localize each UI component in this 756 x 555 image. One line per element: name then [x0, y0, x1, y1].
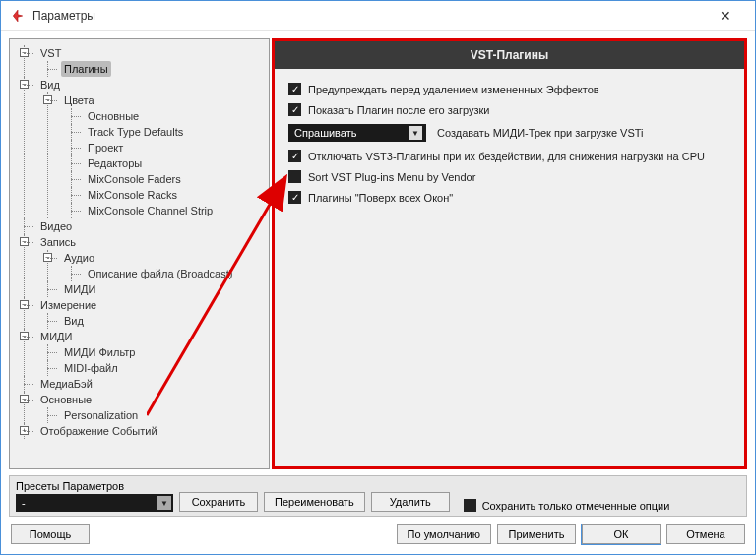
tree-item[interactable]: МИДИ Фильтр [61, 344, 138, 360]
option-label: Показать Плагин после его загрузки [308, 104, 489, 116]
tree-item-record[interactable]: Запись [37, 234, 79, 250]
tree-item[interactable]: Вид [61, 313, 87, 329]
chevron-down-icon: ▼ [409, 126, 422, 140]
collapse-icon[interactable]: − [20, 237, 29, 246]
chevron-down-icon: ▼ [158, 496, 171, 510]
tree-item-plugins[interactable]: Плагины [61, 61, 111, 77]
option-label: Sort VST Plug-ins Menu by Vendor [308, 171, 475, 183]
checkbox-suspend-vst3[interactable] [288, 150, 301, 162]
tree-item-colors[interactable]: Цвета [61, 92, 97, 108]
tree-item[interactable]: Основные [85, 108, 142, 124]
ok-button[interactable]: ОК [582, 524, 661, 544]
checkbox-always-on-top[interactable] [288, 191, 301, 204]
collapse-icon[interactable]: + [20, 426, 29, 435]
tree-item[interactable]: Редакторы [85, 155, 145, 171]
tree-item[interactable]: Personalization [61, 407, 141, 423]
dropdown-value: - [22, 497, 26, 509]
tree-item[interactable]: Проект [85, 140, 126, 155]
presets-row: Пресеты Параметров - ▼ Сохранить Переиме… [9, 475, 747, 517]
help-button[interactable]: Помощь [11, 524, 90, 544]
checkbox-save-checked-only[interactable] [464, 499, 476, 512]
tree-item-vst[interactable]: VST [37, 45, 64, 61]
tree-item-view[interactable]: Вид [37, 77, 63, 92]
window-title: Параметры [32, 9, 95, 23]
category-tree[interactable]: −VST Плагины −Вид −Цвета Основные Track [9, 38, 270, 469]
tree-item[interactable]: МИДИ [61, 281, 98, 297]
tree-item[interactable]: MixConsole Faders [85, 171, 184, 187]
panel-body: Предупреждать перед удалением измененных… [275, 69, 744, 225]
app-icon [11, 9, 25, 23]
preferences-window: Параметры ✕ −VST Плагины −Вид −Цвета [0, 0, 756, 555]
vst-plugins-panel: VST-Плагины Предупреждать перед удаление… [272, 38, 747, 469]
checkbox-sort-vendor[interactable] [288, 170, 301, 183]
tree-item[interactable]: Основные [37, 392, 94, 407]
tree-item[interactable]: Track Type Defaults [85, 124, 186, 140]
option-label: Плагины "Поверх всех Окон" [308, 192, 453, 204]
tree-item[interactable]: MIDI-файл [61, 360, 121, 376]
apply-button[interactable]: Применить [497, 524, 576, 544]
option-label: Отключать VST3-Плагины при их бездействи… [308, 151, 705, 162]
titlebar: Параметры ✕ [1, 1, 755, 31]
collapse-icon[interactable]: − [20, 332, 29, 340]
delete-button[interactable]: Удалить [371, 492, 450, 512]
tree-item[interactable]: MixConsole Racks [85, 187, 180, 203]
cancel-button[interactable]: Отмена [666, 524, 745, 544]
footer: Помощь По умолчанию Применить ОК Отмена [9, 524, 747, 546]
tree-item[interactable]: Отображение Событий [37, 423, 160, 439]
option-label: Создавать МИДИ-Трек при загрузке VSTi [437, 127, 644, 139]
rename-button[interactable]: Переименовать [264, 492, 365, 512]
tree-item[interactable]: МедиаБэй [37, 376, 95, 392]
main-row: −VST Плагины −Вид −Цвета Основные Track [9, 38, 747, 469]
tree-item[interactable]: Описание файла (Broadcast) [85, 266, 235, 281]
ask-dropdown[interactable]: Спрашивать ▼ [288, 124, 426, 142]
content: −VST Плагины −Вид −Цвета Основные Track [1, 31, 755, 554]
save-checked-label: Сохранить только отмеченные опции [482, 500, 670, 512]
tree-item[interactable]: MixConsole Channel Strip [85, 203, 216, 218]
collapse-icon[interactable]: − [43, 95, 52, 104]
checkbox-show-after-load[interactable] [288, 103, 301, 116]
presets-dropdown[interactable]: - ▼ [16, 494, 173, 512]
presets-label: Пресеты Параметров [16, 480, 173, 492]
collapse-icon[interactable]: − [20, 48, 29, 57]
tree-item-video[interactable]: Видео [37, 218, 75, 234]
dropdown-value: Спрашивать [294, 127, 356, 139]
tree-item[interactable]: Измерение [37, 297, 99, 313]
checkbox-warn-delete[interactable] [288, 83, 301, 95]
save-button[interactable]: Сохранить [179, 492, 258, 512]
panel-title: VST-Плагины [275, 41, 744, 69]
collapse-icon[interactable]: − [43, 253, 52, 262]
collapse-icon[interactable]: − [20, 300, 29, 309]
option-label: Предупреждать перед удалением измененных… [308, 84, 599, 95]
tree-item[interactable]: МИДИ [37, 329, 75, 344]
collapse-icon[interactable]: − [20, 395, 29, 403]
defaults-button[interactable]: По умолчанию [397, 524, 491, 544]
close-icon[interactable]: ✕ [706, 8, 745, 24]
tree-item[interactable]: Аудио [61, 250, 97, 266]
collapse-icon[interactable]: − [20, 80, 29, 89]
